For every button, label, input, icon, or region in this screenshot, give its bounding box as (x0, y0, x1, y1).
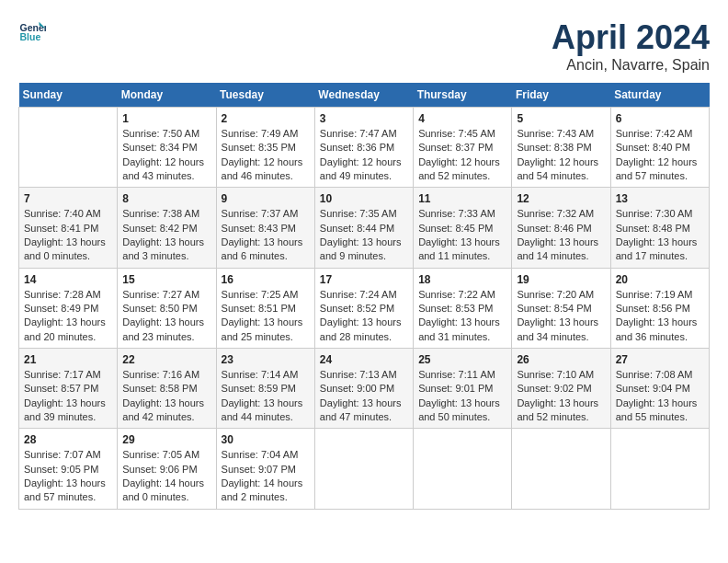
sunrise-text: Sunrise: 7:11 AM (418, 369, 495, 380)
daylight-text: Daylight: 13 hours and 6 minutes. (222, 236, 303, 261)
day-number: 22 (122, 353, 134, 366)
day-number: 24 (320, 353, 332, 366)
day-number: 2 (222, 112, 228, 125)
calendar-cell: 23 Sunrise: 7:14 AM Sunset: 8:59 PM Dayl… (216, 349, 314, 429)
day-number: 19 (517, 273, 529, 286)
daylight-text: Daylight: 14 hours and 2 minutes. (222, 477, 303, 502)
day-number: 8 (122, 192, 129, 205)
sunset-text: Sunset: 8:48 PM (616, 223, 690, 234)
sunset-text: Sunset: 8:38 PM (517, 142, 591, 153)
sunset-text: Sunset: 9:07 PM (222, 464, 296, 475)
calendar-week-2: 14 Sunrise: 7:28 AM Sunset: 8:49 PM Dayl… (19, 268, 710, 348)
day-number: 23 (222, 353, 233, 366)
calendar-cell: 11 Sunrise: 7:33 AM Sunset: 8:45 PM Dayl… (414, 188, 512, 268)
sunset-text: Sunset: 9:04 PM (616, 383, 690, 394)
sunrise-text: Sunrise: 7:08 AM (616, 369, 693, 380)
calendar-cell: 5 Sunrise: 7:43 AM Sunset: 8:38 PM Dayli… (512, 108, 610, 188)
calendar-cell (512, 429, 610, 509)
daylight-text: Daylight: 13 hours and 55 minutes. (616, 397, 698, 422)
daylight-text: Daylight: 13 hours and 47 minutes. (320, 397, 402, 422)
sunset-text: Sunset: 8:34 PM (122, 142, 197, 153)
daylight-text: Daylight: 12 hours and 43 minutes. (122, 156, 204, 181)
sunset-text: Sunset: 8:35 PM (222, 142, 296, 153)
logo: General Blue (18, 18, 46, 46)
sunrise-text: Sunrise: 7:17 AM (24, 369, 101, 380)
calendar-cell: 29 Sunrise: 7:05 AM Sunset: 9:06 PM Dayl… (118, 429, 216, 509)
calendar-cell: 14 Sunrise: 7:28 AM Sunset: 8:49 PM Dayl… (19, 268, 118, 348)
sunset-text: Sunset: 8:52 PM (320, 303, 394, 314)
sunset-text: Sunset: 8:56 PM (616, 303, 690, 314)
calendar-week-4: 28 Sunrise: 7:07 AM Sunset: 9:05 PM Dayl… (19, 429, 710, 509)
daylight-text: Daylight: 13 hours and 39 minutes. (24, 397, 106, 422)
sunrise-text: Sunrise: 7:43 AM (517, 128, 594, 139)
sunset-text: Sunset: 8:57 PM (24, 383, 98, 394)
sunset-text: Sunset: 8:54 PM (517, 303, 591, 314)
calendar-week-1: 7 Sunrise: 7:40 AM Sunset: 8:41 PM Dayli… (19, 188, 710, 268)
daylight-text: Daylight: 12 hours and 54 minutes. (517, 156, 598, 181)
day-number: 27 (616, 353, 628, 366)
sunrise-text: Sunrise: 7:45 AM (418, 128, 495, 139)
calendar-cell: 19 Sunrise: 7:20 AM Sunset: 8:54 PM Dayl… (512, 268, 610, 348)
day-number: 1 (122, 112, 129, 125)
day-number: 3 (320, 112, 326, 125)
day-number: 18 (418, 273, 430, 286)
sunrise-text: Sunrise: 7:27 AM (122, 289, 199, 300)
calendar-cell: 6 Sunrise: 7:42 AM Sunset: 8:40 PM Dayli… (610, 108, 709, 188)
daylight-text: Daylight: 13 hours and 36 minutes. (616, 316, 698, 341)
day-number: 13 (616, 192, 628, 205)
daylight-text: Daylight: 13 hours and 17 minutes. (616, 236, 698, 261)
calendar-cell (610, 429, 709, 509)
weekday-wednesday: Wednesday (314, 83, 413, 108)
day-number: 16 (222, 273, 233, 286)
sunset-text: Sunset: 8:50 PM (122, 303, 197, 314)
day-number: 12 (517, 192, 529, 205)
sunset-text: Sunset: 9:05 PM (24, 464, 98, 475)
calendar-cell: 21 Sunrise: 7:17 AM Sunset: 8:57 PM Dayl… (19, 349, 118, 429)
sunrise-text: Sunrise: 7:10 AM (517, 369, 594, 380)
day-number: 25 (418, 353, 430, 366)
sunrise-text: Sunrise: 7:50 AM (122, 128, 199, 139)
day-number: 5 (517, 112, 523, 125)
day-number: 26 (517, 353, 529, 366)
calendar-cell: 17 Sunrise: 7:24 AM Sunset: 8:52 PM Dayl… (314, 268, 413, 348)
calendar-cell: 7 Sunrise: 7:40 AM Sunset: 8:41 PM Dayli… (19, 188, 118, 268)
month-title: April 2024 (552, 18, 710, 57)
sunset-text: Sunset: 8:46 PM (517, 223, 591, 234)
logo-icon: General Blue (18, 18, 46, 46)
location: Ancin, Navarre, Spain (552, 57, 710, 74)
daylight-text: Daylight: 12 hours and 52 minutes. (418, 156, 500, 181)
sunrise-text: Sunrise: 7:20 AM (517, 289, 594, 300)
sunset-text: Sunset: 8:43 PM (222, 223, 296, 234)
daylight-text: Daylight: 13 hours and 11 minutes. (418, 236, 500, 261)
day-number: 7 (24, 192, 30, 205)
daylight-text: Daylight: 12 hours and 49 minutes. (320, 156, 402, 181)
calendar-cell: 12 Sunrise: 7:32 AM Sunset: 8:46 PM Dayl… (512, 188, 610, 268)
page-header: General Blue April 2024 Ancin, Navarre, … (18, 18, 710, 74)
weekday-friday: Friday (512, 83, 610, 108)
sunset-text: Sunset: 8:53 PM (418, 303, 493, 314)
sunset-text: Sunset: 8:40 PM (616, 142, 690, 153)
sunset-text: Sunset: 8:51 PM (222, 303, 296, 314)
calendar-cell: 24 Sunrise: 7:13 AM Sunset: 9:00 PM Dayl… (314, 349, 413, 429)
day-number: 10 (320, 192, 332, 205)
sunrise-text: Sunrise: 7:04 AM (222, 449, 299, 460)
calendar-cell: 4 Sunrise: 7:45 AM Sunset: 8:37 PM Dayli… (414, 108, 512, 188)
daylight-text: Daylight: 13 hours and 28 minutes. (320, 316, 402, 341)
sunset-text: Sunset: 9:01 PM (418, 383, 493, 394)
daylight-text: Daylight: 13 hours and 34 minutes. (517, 316, 598, 341)
calendar-cell: 26 Sunrise: 7:10 AM Sunset: 9:02 PM Dayl… (512, 349, 610, 429)
calendar-cell: 28 Sunrise: 7:07 AM Sunset: 9:05 PM Dayl… (19, 429, 118, 509)
daylight-text: Daylight: 13 hours and 14 minutes. (517, 236, 598, 261)
sunrise-text: Sunrise: 7:33 AM (418, 208, 495, 219)
sunrise-text: Sunrise: 7:24 AM (320, 289, 397, 300)
day-number: 29 (122, 433, 134, 446)
calendar-cell (314, 429, 413, 509)
daylight-text: Daylight: 13 hours and 52 minutes. (517, 397, 598, 422)
calendar-week-0: 1 Sunrise: 7:50 AM Sunset: 8:34 PM Dayli… (19, 108, 710, 188)
sunrise-text: Sunrise: 7:19 AM (616, 289, 693, 300)
weekday-saturday: Saturday (610, 83, 709, 108)
daylight-text: Daylight: 13 hours and 9 minutes. (320, 236, 402, 261)
day-number: 9 (222, 192, 228, 205)
weekday-tuesday: Tuesday (216, 83, 314, 108)
sunrise-text: Sunrise: 7:05 AM (122, 449, 199, 460)
